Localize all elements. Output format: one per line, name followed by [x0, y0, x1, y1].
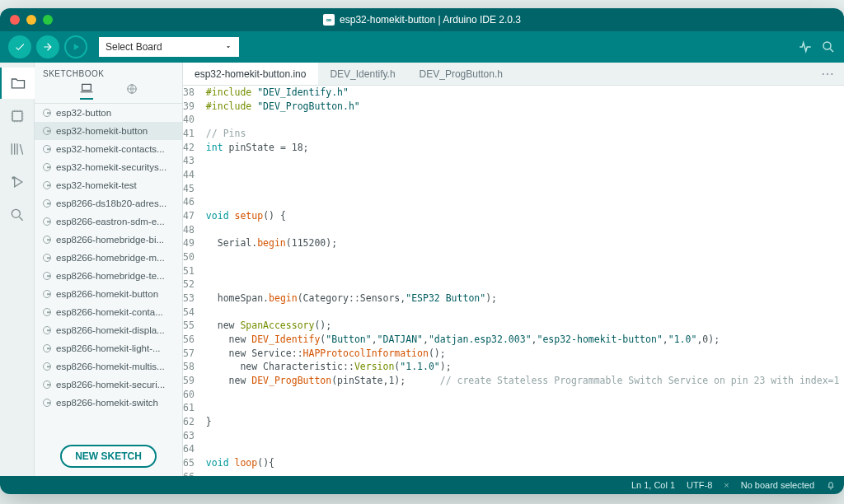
line-number: 52 [183, 278, 206, 292]
code-line[interactable] [206, 264, 844, 278]
sketchbook-tab-local[interactable] [80, 83, 93, 100]
code-line[interactable] [206, 154, 844, 168]
code-line[interactable] [206, 429, 844, 443]
line-number: 66 [183, 470, 206, 476]
sketch-item-label: esp32-homekit-button [56, 126, 148, 136]
sketch-item[interactable]: esp8266-homekit-conta... [35, 303, 182, 321]
sketch-icon [43, 254, 51, 262]
search-icon [9, 207, 26, 223]
status-bar: Ln 1, Col 1 UTF-8 × No board selected [0, 476, 844, 494]
status-cursor-position: Ln 1, Col 1 [631, 480, 675, 490]
sketch-item[interactable]: esp8266-homekit-displa... [35, 321, 182, 339]
activity-library-manager[interactable] [0, 133, 35, 165]
sketch-item-label: esp8266-homekit-conta... [56, 307, 163, 317]
activity-search[interactable] [0, 199, 35, 231]
sketch-item[interactable]: esp8266-ds18b20-adres... [35, 194, 182, 212]
code-line[interactable] [206, 442, 844, 456]
code-line[interactable] [206, 182, 844, 196]
sketch-icon [43, 199, 51, 208]
activity-boards-manager[interactable] [0, 100, 35, 132]
upload-button[interactable] [36, 35, 59, 58]
code-line[interactable]: new Characteristic::Version("1.1.0"); [206, 360, 844, 374]
board-selector[interactable]: Select Board [99, 37, 239, 57]
line-number: 49 [183, 236, 206, 250]
maximize-window-button[interactable] [43, 15, 53, 25]
magnify-icon [821, 40, 836, 54]
sketch-icon [43, 344, 51, 352]
code-line[interactable]: new Service::HAPProtocolInformation(); [206, 347, 844, 361]
code-line[interactable] [206, 401, 844, 415]
code-line[interactable] [206, 470, 844, 476]
code-line[interactable] [206, 388, 844, 402]
books-icon [9, 141, 26, 157]
serial-plotter-button[interactable] [798, 40, 813, 54]
line-number: 51 [183, 264, 206, 278]
sketch-item[interactable]: esp32-homekit-button [35, 122, 182, 140]
code-line[interactable] [206, 278, 844, 292]
serial-monitor-button[interactable] [821, 40, 836, 54]
file-tab-bar: esp32-homekit-button.inoDEV_Identify.hDE… [183, 63, 844, 86]
code-line[interactable]: } [206, 415, 844, 429]
line-number: 46 [183, 195, 206, 209]
code-line[interactable] [206, 223, 844, 237]
code-line[interactable] [206, 113, 844, 127]
sketch-item[interactable]: esp8266-homekit-light-... [35, 339, 182, 357]
code-line[interactable]: new SpanAccessory(); [206, 319, 844, 333]
line-number: 54 [183, 306, 206, 320]
file-tab[interactable]: DEV_ProgButton.h [408, 63, 515, 85]
code-line[interactable] [206, 168, 844, 182]
code-line[interactable]: new DEV_Identify("Button","DATJAN","datj… [206, 333, 844, 347]
sketch-item[interactable]: esp8266-homebridge-bi... [35, 231, 182, 249]
activity-sketchbook[interactable] [0, 68, 35, 99]
sketch-item[interactable]: esp32-button [35, 104, 182, 122]
sketch-item[interactable]: esp8266-homekit-switch [35, 394, 182, 412]
sketchbook-tab-cloud[interactable] [126, 83, 138, 100]
line-number: 57 [183, 347, 206, 361]
code-editor[interactable]: 38#include "DEV_Identify.h"39#include "D… [183, 86, 844, 476]
activity-debug[interactable] [0, 166, 35, 198]
globe-icon [126, 83, 138, 95]
line-number: 59 [183, 374, 206, 388]
line-number: 56 [183, 333, 206, 347]
window-title-text: esp32-homekit-button | Arduino IDE 2.0.3 [340, 14, 521, 26]
code-line[interactable]: void setup() { [206, 209, 844, 223]
sketch-icon [43, 127, 51, 135]
close-window-button[interactable] [10, 15, 20, 25]
sketch-item[interactable]: esp8266-homekit-securi... [35, 376, 182, 394]
sketch-item[interactable]: esp8266-eastron-sdm-e... [35, 212, 182, 231]
code-line[interactable]: new DEV_ProgButton(pinState,1); // creat… [206, 374, 844, 388]
code-line[interactable] [206, 306, 844, 320]
status-separator: × [724, 480, 729, 490]
code-line[interactable]: #include "DEV_ProgButton.h" [206, 100, 844, 114]
sketch-item[interactable]: esp32-homekit-securitys... [35, 158, 182, 176]
code-line[interactable]: void loop(){ [206, 456, 844, 470]
code-line[interactable]: #include "DEV_Identify.h" [206, 86, 844, 100]
sketch-item[interactable]: esp8266-homebridge-m... [35, 249, 182, 267]
verify-button[interactable] [8, 35, 31, 58]
tab-overflow-button[interactable]: ⋯ [811, 63, 844, 85]
code-line[interactable]: homeSpan.begin(Category::Sensors,"ESP32 … [206, 292, 844, 306]
sketch-item[interactable]: esp8266-homekit-button [35, 285, 182, 303]
line-number: 38 [183, 86, 206, 100]
code-line[interactable] [206, 250, 844, 264]
file-tab[interactable]: DEV_Identify.h [318, 63, 407, 85]
sketch-item[interactable]: esp32-homekit-test [35, 176, 182, 194]
sketch-item[interactable]: esp32-homekit-contacts... [35, 140, 182, 158]
sketch-item-label: esp32-homekit-test [56, 180, 137, 190]
sketch-item-label: esp8266-ds18b20-adres... [56, 198, 166, 208]
code-line[interactable]: Serial.begin(115200); [206, 236, 844, 250]
debug-run-icon [9, 174, 26, 190]
sketch-item[interactable]: esp8266-homebridge-te... [35, 267, 182, 285]
code-line[interactable] [206, 195, 844, 209]
debug-button[interactable] [64, 35, 87, 58]
code-line[interactable]: int pinState = 18; [206, 141, 844, 155]
check-icon [14, 41, 26, 53]
code-line[interactable]: // Pins [206, 127, 844, 141]
sketch-item[interactable]: esp8266-homekit-multis... [35, 357, 182, 376]
minimize-window-button[interactable] [26, 15, 36, 25]
status-encoding: UTF-8 [687, 480, 712, 490]
new-sketch-button[interactable]: NEW SKETCH [60, 445, 157, 468]
notifications-button[interactable] [826, 480, 836, 490]
file-tab[interactable]: esp32-homekit-button.ino [183, 63, 318, 85]
sketch-list[interactable]: esp32-buttonesp32-homekit-buttonesp32-ho… [35, 104, 182, 436]
